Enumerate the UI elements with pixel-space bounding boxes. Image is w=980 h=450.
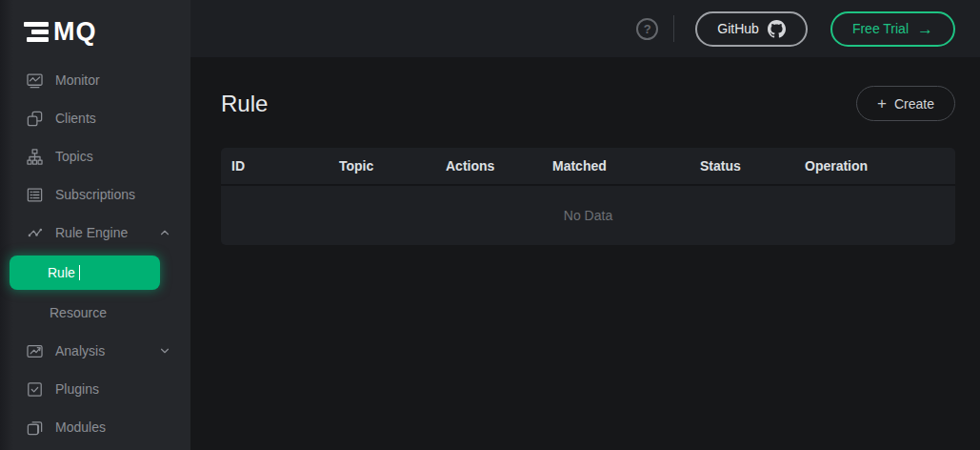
monitor-icon — [26, 72, 44, 90]
sidebar-item-resource[interactable]: Resource — [0, 294, 190, 332]
content-header: Rule + Create — [190, 57, 980, 121]
emq-logo-text: MQ — [53, 19, 97, 45]
sidebar-item-label: Analysis — [55, 343, 105, 358]
free-trial-button[interactable]: Free Trial → — [830, 11, 955, 47]
rules-table: ID Topic Actions Matched Status Operatio… — [221, 148, 955, 245]
sidebar-item-label: Topics — [55, 149, 93, 164]
rule-engine-icon — [26, 224, 44, 242]
topbar-divider — [673, 15, 674, 42]
github-icon — [768, 20, 786, 38]
sidebar-item-label: Rule Engine — [55, 225, 128, 240]
sidebar-item-label: Modules — [55, 419, 106, 435]
plugins-icon — [26, 380, 44, 399]
emq-logo-e-mark — [24, 22, 49, 42]
sidebar-item-clients[interactable]: Clients — [0, 99, 190, 137]
page-title: Rule — [221, 91, 268, 117]
sidebar-menu: Monitor Clients Topics Subscriptions — [0, 61, 190, 446]
topbar: ? GitHub Free Trial → — [190, 0, 980, 57]
sidebar-item-label: Subscriptions — [55, 187, 135, 202]
sidebar-item-rule-engine[interactable]: Rule Engine — [0, 214, 190, 252]
create-button[interactable]: + Create — [856, 86, 955, 121]
sidebar-item-monitor[interactable]: Monitor — [0, 61, 190, 99]
modules-icon — [26, 419, 44, 437]
analysis-icon — [26, 342, 44, 360]
column-header-operation: Operation — [794, 158, 955, 174]
text-cursor — [79, 265, 80, 280]
clients-icon — [26, 110, 44, 128]
sidebar-item-modules[interactable]: Modules — [0, 408, 190, 446]
chevron-down-icon — [158, 344, 171, 360]
emqx-dashboard: MQ Monitor Clients Topics — [0, 0, 980, 450]
sidebar: MQ Monitor Clients Topics — [0, 0, 190, 450]
column-header-matched: Matched — [542, 158, 690, 174]
sidebar-item-analysis[interactable]: Analysis — [0, 332, 190, 370]
emq-logo[interactable]: MQ — [24, 15, 190, 48]
column-header-id: ID — [221, 158, 329, 174]
table-header-row: ID Topic Actions Matched Status Operatio… — [221, 148, 955, 186]
plus-icon: + — [877, 95, 887, 112]
subscriptions-icon — [26, 186, 44, 204]
help-icon[interactable]: ? — [636, 18, 658, 40]
main-content: Rule + Create ID Topic Actions Matched S… — [190, 57, 980, 450]
sidebar-item-label: Monitor — [55, 72, 100, 88]
sidebar-item-label: Resource — [50, 305, 107, 320]
topics-icon — [26, 148, 44, 166]
help-question-mark: ? — [644, 22, 651, 36]
free-trial-label: Free Trial — [852, 21, 909, 36]
sidebar-item-label: Clients — [55, 111, 96, 126]
sidebar-item-subscriptions[interactable]: Subscriptions — [0, 175, 190, 214]
github-button[interactable]: GitHub — [695, 11, 808, 47]
sidebar-item-plugins[interactable]: Plugins — [0, 370, 190, 408]
sidebar-item-label: Plugins — [55, 381, 99, 397]
sidebar-item-topics[interactable]: Topics — [0, 137, 190, 175]
sidebar-item-label: Rule — [48, 265, 75, 280]
table-empty-state: No Data — [221, 186, 955, 245]
arrow-right-icon: → — [917, 21, 933, 37]
github-button-label: GitHub — [717, 21, 759, 36]
sidebar-item-rule[interactable]: Rule — [10, 256, 160, 290]
column-header-status: Status — [690, 158, 794, 174]
create-button-label: Create — [894, 96, 934, 112]
column-header-topic: Topic — [329, 158, 435, 174]
chevron-up-icon — [158, 226, 171, 242]
column-header-actions: Actions — [435, 158, 542, 174]
